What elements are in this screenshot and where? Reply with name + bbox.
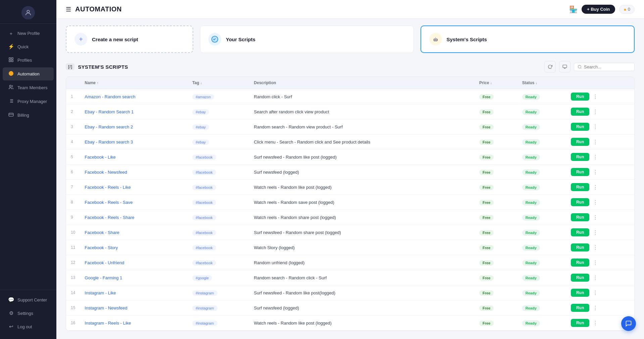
menu-icon[interactable]: ☰ (66, 6, 71, 13)
more-options-button[interactable]: ⋮ (591, 289, 599, 297)
more-options-button[interactable]: ⋮ (591, 93, 599, 101)
script-name[interactable]: Instagram - Newsfeed (80, 300, 188, 316)
run-button[interactable]: Run (571, 259, 589, 267)
col-status[interactable]: Status ↓ (517, 77, 566, 89)
more-options-button[interactable]: ⋮ (591, 319, 599, 327)
run-button[interactable]: Run (571, 108, 589, 116)
script-actions: Run ⋮ (566, 119, 634, 134)
buy-coin-button[interactable]: + Buy Coin (582, 5, 615, 14)
billing-icon (8, 112, 14, 118)
refresh-button[interactable] (544, 61, 556, 72)
col-tag[interactable]: Tag ↓ (188, 77, 249, 89)
sidebar-item-label: Profiles (17, 58, 32, 63)
sidebar-item-logout[interactable]: ↩ Log out (3, 320, 54, 333)
search-box[interactable] (574, 63, 635, 71)
card-create-script[interactable]: + Create a new script (66, 25, 193, 53)
page-title: AUTOMATION (75, 5, 122, 13)
script-description: Random search - Random view product - Su… (249, 119, 475, 134)
more-options-button[interactable]: ⋮ (591, 138, 599, 146)
script-name[interactable]: Google - Farming 1 (80, 270, 188, 285)
script-description: Surf newsfeed (logged) (249, 300, 475, 316)
script-name[interactable]: Instagram - Reels - Like (80, 316, 188, 331)
sidebar-item-new-profile[interactable]: + New Profile (3, 27, 54, 40)
sidebar-item-proxy-manager[interactable]: Proxy Manager (3, 95, 54, 108)
sidebar-item-support[interactable]: 💬 Support Center (3, 293, 54, 306)
sidebar-item-label: Support Center (17, 297, 47, 302)
sidebar-top (0, 0, 56, 24)
script-name[interactable]: Amazon - Random search (80, 89, 188, 104)
sidebar-item-automation[interactable]: Automation (3, 67, 54, 80)
script-name[interactable]: Facebook - Unfriend (80, 255, 188, 270)
script-name[interactable]: Ebay - Random search 2 (80, 119, 188, 134)
settings-icon: ⚙ (8, 310, 14, 316)
script-price: Free (475, 134, 517, 150)
more-options-button[interactable]: ⋮ (591, 304, 599, 312)
run-button[interactable]: Run (571, 213, 589, 221)
card-system-scripts[interactable]: 🤖 System's Scripts (420, 25, 635, 53)
more-options-button[interactable]: ⋮ (591, 183, 599, 191)
run-button[interactable]: Run (571, 93, 589, 101)
script-name[interactable]: Facebook - Like (80, 150, 188, 165)
more-options-button[interactable]: ⋮ (591, 153, 599, 161)
more-options-button[interactable]: ⋮ (591, 168, 599, 176)
run-button[interactable]: Run (571, 243, 589, 251)
run-button[interactable]: Run (571, 123, 589, 131)
run-button[interactable]: Run (571, 228, 589, 236)
avatar[interactable] (21, 6, 35, 19)
script-description: Watch reels - Random share post (logged) (249, 210, 475, 225)
script-name[interactable]: Facebook - Reels - Share (80, 210, 188, 225)
table-row: 8 Facebook - Reels - Save #facebook Watc… (66, 195, 634, 210)
script-name[interactable]: Ebay - Random search 3 (80, 134, 188, 150)
script-actions: Run ⋮ (566, 89, 634, 104)
more-options-button[interactable]: ⋮ (591, 123, 599, 131)
script-status: Ready (517, 255, 566, 270)
script-tag: #ebay (188, 104, 249, 119)
card-your-scripts[interactable]: Your Scripts (200, 25, 414, 53)
coin-balance: ● 0 (619, 5, 635, 14)
script-name[interactable]: Facebook - Share (80, 225, 188, 240)
table-row: 7 Facebook - Reels - Like #facebook Watc… (66, 180, 634, 195)
script-name[interactable]: Facebook - Story (80, 240, 188, 255)
col-name[interactable]: Name ↑ (80, 77, 188, 89)
run-button[interactable]: Run (571, 319, 589, 327)
run-button[interactable]: Run (571, 304, 589, 312)
script-name[interactable]: Facebook - Newsfeed (80, 165, 188, 180)
run-button[interactable]: Run (571, 274, 589, 282)
script-name[interactable]: Ebay - Random Search 1 (80, 104, 188, 119)
script-description: Surf newsfeed (logged) (249, 165, 475, 180)
run-button[interactable]: Run (571, 168, 589, 176)
run-button[interactable]: Run (571, 198, 589, 206)
script-tag: #facebook (188, 225, 249, 240)
section-title-text: SYSTEM'S SCRIPTS (78, 64, 128, 70)
sidebar-item-team-members[interactable]: Team Members (3, 81, 54, 94)
row-num: 3 (66, 119, 80, 134)
more-options-button[interactable]: ⋮ (591, 199, 599, 206)
more-options-button[interactable]: ⋮ (591, 244, 599, 251)
run-button[interactable]: Run (571, 289, 589, 297)
script-name[interactable]: Instagram - Like (80, 285, 188, 300)
sidebar-item-profiles[interactable]: Profiles (3, 54, 54, 67)
search-input[interactable] (584, 64, 631, 69)
script-status: Ready (517, 270, 566, 285)
script-price: Free (475, 180, 517, 195)
sidebar-item-billing[interactable]: Billing (3, 109, 54, 122)
script-actions: Run ⋮ (566, 285, 634, 300)
more-options-button[interactable]: ⋮ (591, 108, 599, 116)
run-button[interactable]: Run (571, 153, 589, 161)
script-description: Surf newsfeed - Random share post (logge… (249, 225, 475, 240)
run-button[interactable]: Run (571, 183, 589, 191)
script-name[interactable]: Facebook - Reels - Like (80, 180, 188, 195)
sidebar-item-quick[interactable]: ⚡ Quick (3, 40, 54, 53)
more-options-button[interactable]: ⋮ (591, 214, 599, 221)
download-button[interactable] (559, 61, 571, 72)
more-options-button[interactable]: ⋮ (591, 259, 599, 267)
run-button[interactable]: Run (571, 138, 589, 146)
script-price: Free (475, 195, 517, 210)
chat-bubble[interactable] (621, 316, 636, 331)
sidebar-item-settings[interactable]: ⚙ Settings (3, 307, 54, 320)
more-options-button[interactable]: ⋮ (591, 229, 599, 236)
script-name[interactable]: Facebook - Reels - Save (80, 195, 188, 210)
script-tag: #instagram (188, 285, 249, 300)
col-price[interactable]: Price ↓ (475, 77, 517, 89)
more-options-button[interactable]: ⋮ (591, 274, 599, 282)
